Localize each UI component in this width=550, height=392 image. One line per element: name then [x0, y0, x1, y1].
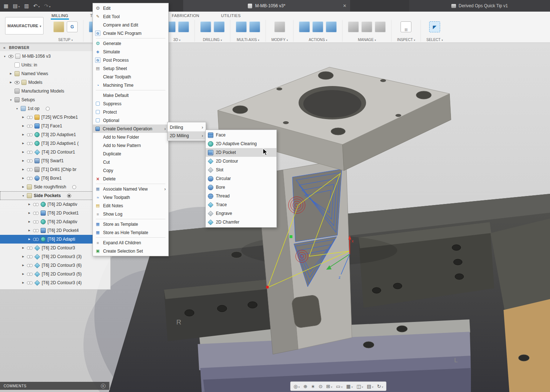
display-settings-icon[interactable]: ▭ — [336, 384, 342, 389]
tree-expand-arrow[interactable]: ▶ — [21, 151, 25, 154]
menu-item-make-default[interactable]: Make Default — [93, 91, 168, 99]
tree-expand-arrow[interactable]: ▼ — [3, 55, 7, 58]
tree-expand-arrow[interactable]: ▶ — [21, 185, 25, 188]
hand-icon[interactable]: ∗ — [311, 384, 315, 389]
tree-expand-arrow[interactable]: ▶ — [28, 203, 31, 206]
menu-item-store-as-template[interactable]: ▦Store as Template — [93, 220, 168, 228]
submenu-item-trace[interactable]: Trace — [206, 200, 276, 209]
menu-item-optional[interactable]: Optional — [93, 116, 168, 124]
submenu-item-2d-contour[interactable]: 2D Contour — [206, 157, 276, 166]
menu-item-view-toolpath[interactable]: ≈View Toolpath — [93, 193, 168, 201]
menu-item-add-to-new-folder[interactable]: Add to New Folder — [93, 133, 168, 141]
tree-expand-arrow[interactable]: ▶ — [21, 159, 25, 162]
menu-item-delete[interactable]: ×Delete — [93, 175, 168, 183]
ribbon-group-label-setup[interactable]: SETUP — [58, 38, 73, 42]
submenu-item-circular[interactable]: Circular — [206, 174, 276, 183]
operation-visibility-icon[interactable] — [27, 142, 33, 145]
trim-icon[interactable] — [274, 21, 285, 32]
visibility-eye-icon[interactable] — [15, 81, 20, 84]
ribbon-group-label-actions[interactable]: ACTIONS — [309, 38, 327, 42]
menu-item-simulate[interactable]: ◈Simulate — [93, 48, 168, 56]
ribbon-group-label-3d[interactable]: 3D — [173, 38, 180, 42]
document-tab[interactable]: M-MB-1056 v3* — [183, 0, 350, 12]
tree-expand-arrow[interactable]: ▶ — [21, 264, 25, 267]
add-comment-icon[interactable] — [101, 384, 106, 388]
operation-visibility-icon[interactable] — [27, 159, 33, 162]
active-setup-radio[interactable] — [46, 107, 50, 111]
active-setup-radio[interactable] — [72, 185, 76, 189]
operation-visibility-icon[interactable] — [27, 168, 33, 171]
menu-item-edit[interactable]: ⚙Edit — [93, 4, 168, 12]
operation-visibility-icon[interactable] — [33, 229, 39, 232]
tree-expand-arrow[interactable]: ▶ — [21, 246, 25, 249]
setup-sheet-icon[interactable] — [326, 21, 337, 32]
collapse-panel-icon[interactable] — [3, 45, 6, 50]
save-icon[interactable]: ▥ — [24, 3, 29, 9]
comments-bar[interactable]: COMMENTS — [0, 382, 110, 390]
tree-expand-arrow[interactable]: ▶ — [28, 229, 31, 232]
bore-icon[interactable] — [214, 21, 225, 32]
ribbon-tab-fabrication[interactable]: FABRICATION — [171, 12, 200, 20]
viewports-icon[interactable]: ◫ — [357, 384, 363, 389]
multiaxis-contour-icon[interactable] — [249, 21, 260, 32]
operation-visibility-icon[interactable] — [33, 203, 39, 206]
menu-item-edit-tool[interactable]: ✎Edit Tool — [93, 12, 168, 21]
operation-visibility-icon[interactable] — [33, 238, 39, 241]
close-tab-icon[interactable] — [343, 3, 346, 8]
orbit-icon[interactable]: ◎ — [294, 384, 300, 389]
submenu-item-slot[interactable]: Slot — [206, 166, 276, 174]
menu-item-edit-notes[interactable]: ▤Edit Notes — [93, 201, 168, 210]
submenu-item-engrave[interactable]: Engrave — [206, 209, 276, 218]
tool-library-icon[interactable] — [348, 21, 359, 32]
menu-item-duplicate[interactable]: Duplicate — [93, 150, 168, 158]
submenu-item-2d-chamfer[interactable]: 2D Chamfer — [206, 218, 276, 226]
operation-visibility-icon[interactable] — [27, 255, 33, 258]
tree-expand-arrow[interactable]: ▶ — [21, 281, 25, 284]
tree-expand-arrow[interactable]: ▼ — [9, 99, 13, 101]
submenu-item-face[interactable]: Face — [206, 131, 276, 139]
operation-visibility-icon[interactable] — [33, 212, 39, 215]
menu-item-create-selection-set[interactable]: ▣Create Selection Set — [93, 247, 168, 255]
tree-expand-arrow[interactable]: ▶ — [28, 220, 31, 223]
tree-row-t6-2d-contour3-4[interactable]: ▶[T6] 2D Contour3 (4) — [0, 278, 110, 287]
redo-icon[interactable]: ↷ — [44, 3, 50, 9]
right-panel-tab[interactable]: Derived Ops Quick Tip v1 — [409, 0, 550, 12]
tree-expand-arrow[interactable]: ▶ — [28, 238, 31, 241]
templates-icon[interactable] — [375, 21, 386, 32]
operation-visibility-icon[interactable] — [27, 116, 33, 119]
menu-item-associate-named-view[interactable]: ▦Associate Named View — [93, 185, 168, 193]
select-icon[interactable]: ◤ — [429, 21, 440, 32]
tree-expand-arrow[interactable]: ▶ — [21, 273, 25, 275]
ribbon-group-label-inspect[interactable]: INSPECT — [397, 38, 415, 42]
grid-settings-icon[interactable]: ▦ — [346, 384, 353, 389]
tree-expand-arrow[interactable]: ▼ — [15, 107, 19, 110]
operation-visibility-icon[interactable] — [27, 273, 33, 275]
tree-expand-arrow[interactable]: ▶ — [9, 72, 13, 75]
tree-expand-arrow[interactable]: ▶ — [21, 168, 25, 171]
submenu-item-thread[interactable]: Thread — [206, 192, 276, 200]
pan-icon[interactable]: ⊕ — [303, 384, 307, 389]
tree-row-t6-2d-contour3-6[interactable]: ▶[T6] 2D Contour3 (6) — [0, 261, 110, 270]
swarf-icon[interactable] — [236, 21, 247, 32]
zoom-window-icon[interactable]: ⊞ — [326, 384, 332, 389]
active-setup-radio[interactable] — [67, 194, 71, 198]
tree-expand-arrow[interactable]: ▶ — [9, 81, 13, 84]
operation-visibility-icon[interactable] — [33, 220, 39, 223]
tree-row-t6-2d-contour3-5[interactable]: ▶[T6] 2D Contour3 (5) — [0, 270, 110, 278]
undo-icon[interactable]: ↶ — [33, 3, 40, 9]
menu-item-protect[interactable]: Protect — [93, 108, 168, 116]
app-grid-icon[interactable]: ▦ — [4, 3, 8, 9]
menu-item-cut[interactable]: Cut — [93, 158, 168, 166]
menu-item-add-to-new-pattern[interactable]: Add to New Pattern — [93, 141, 168, 150]
menu-item-setup-sheet[interactable]: ▤Setup Sheet — [93, 64, 168, 73]
ribbon-group-label-manage[interactable]: MANAGE — [358, 38, 376, 42]
tree-expand-arrow[interactable]: ▶ — [21, 133, 25, 136]
tree-expand-arrow[interactable]: ▶ — [21, 177, 25, 180]
menu-item-compare-and-edit[interactable]: Compare and Edit — [93, 21, 168, 29]
workspace-switcher[interactable]: MANUFACTURE — [5, 17, 44, 34]
menu-item-clear-toolpath[interactable]: Clear Toolpath — [93, 73, 168, 81]
simulate-icon[interactable] — [299, 21, 310, 32]
submenu-item-2d-milling[interactable]: 2D Milling — [168, 131, 206, 140]
operation-visibility-icon[interactable] — [27, 151, 33, 154]
refresh-icon[interactable]: ↻ — [377, 384, 383, 389]
